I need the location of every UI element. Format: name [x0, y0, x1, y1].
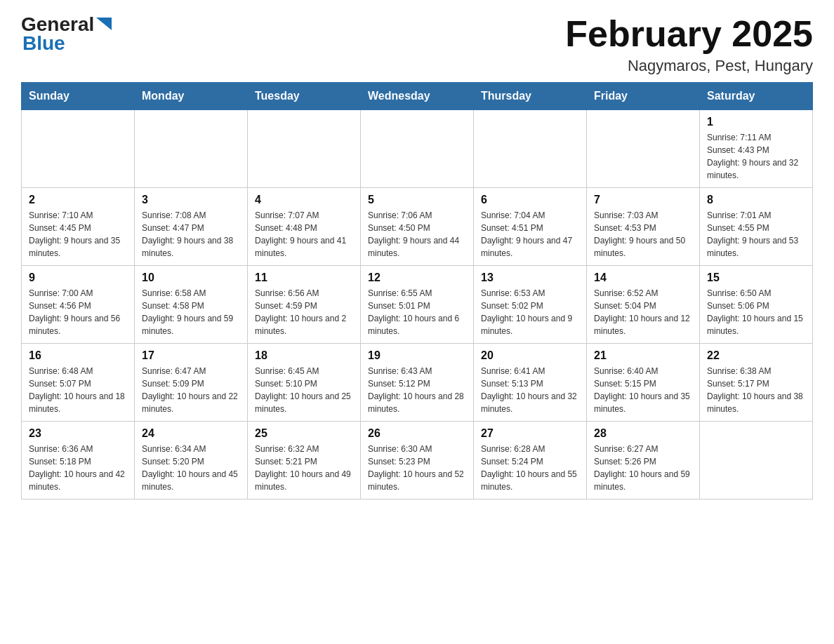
calendar-cell: 15Sunrise: 6:50 AMSunset: 5:06 PMDayligh…: [700, 266, 813, 344]
day-of-week-header: Tuesday: [248, 83, 361, 110]
day-info: Sunrise: 7:03 AMSunset: 4:53 PMDaylight:…: [594, 209, 692, 260]
calendar-cell: [248, 110, 361, 188]
logo-blue-text: Blue: [22, 33, 112, 55]
day-number: 24: [142, 427, 240, 440]
calendar-cell: 2Sunrise: 7:10 AMSunset: 4:45 PMDaylight…: [22, 188, 135, 266]
calendar-cell: 25Sunrise: 6:32 AMSunset: 5:21 PMDayligh…: [248, 422, 361, 499]
day-number: 18: [255, 349, 353, 362]
calendar-cell: 7Sunrise: 7:03 AMSunset: 4:53 PMDaylight…: [587, 188, 700, 266]
calendar-cell: [22, 110, 135, 188]
page-header: General Blue February 2025 Nagymaros, Pe…: [21, 14, 813, 75]
day-info: Sunrise: 7:04 AMSunset: 4:51 PMDaylight:…: [481, 209, 579, 260]
calendar-cell: 11Sunrise: 6:56 AMSunset: 4:59 PMDayligh…: [248, 266, 361, 344]
day-info: Sunrise: 7:06 AMSunset: 4:50 PMDaylight:…: [368, 209, 466, 260]
day-info: Sunrise: 6:27 AMSunset: 5:26 PMDaylight:…: [594, 443, 692, 493]
calendar-cell: 5Sunrise: 7:06 AMSunset: 4:50 PMDaylight…: [361, 188, 474, 266]
day-number: 12: [368, 271, 466, 284]
day-number: 1: [707, 116, 805, 128]
day-info: Sunrise: 7:00 AMSunset: 4:56 PMDaylight:…: [29, 287, 127, 337]
day-info: Sunrise: 6:34 AMSunset: 5:20 PMDaylight:…: [142, 443, 240, 493]
day-info: Sunrise: 6:36 AMSunset: 5:18 PMDaylight:…: [29, 443, 127, 493]
day-number: 14: [594, 271, 692, 284]
day-info: Sunrise: 7:01 AMSunset: 4:55 PMDaylight:…: [707, 209, 805, 260]
calendar-title: February 2025: [565, 14, 813, 54]
calendar-cell: 8Sunrise: 7:01 AMSunset: 4:55 PMDaylight…: [700, 188, 813, 266]
calendar-cell: 26Sunrise: 6:30 AMSunset: 5:23 PMDayligh…: [361, 422, 474, 499]
day-number: 27: [481, 427, 579, 440]
day-info: Sunrise: 7:11 AMSunset: 4:43 PMDaylight:…: [707, 131, 805, 182]
calendar-title-block: February 2025 Nagymaros, Pest, Hungary: [565, 14, 813, 75]
day-of-week-header: Friday: [587, 83, 700, 110]
day-of-week-header: Saturday: [700, 83, 813, 110]
calendar-cell: 20Sunrise: 6:41 AMSunset: 5:13 PMDayligh…: [474, 344, 587, 422]
calendar-cell: [700, 422, 813, 499]
calendar-cell: 27Sunrise: 6:28 AMSunset: 5:24 PMDayligh…: [474, 422, 587, 499]
calendar-cell: 18Sunrise: 6:45 AMSunset: 5:10 PMDayligh…: [248, 344, 361, 422]
day-of-week-header: Wednesday: [361, 83, 474, 110]
calendar-week-row: 2Sunrise: 7:10 AMSunset: 4:45 PMDaylight…: [22, 188, 813, 266]
calendar-table: SundayMondayTuesdayWednesdayThursdayFrid…: [21, 82, 813, 499]
day-number: 7: [594, 194, 692, 206]
day-number: 22: [707, 349, 805, 362]
calendar-cell: 14Sunrise: 6:52 AMSunset: 5:04 PMDayligh…: [587, 266, 700, 344]
calendar-cell: 22Sunrise: 6:38 AMSunset: 5:17 PMDayligh…: [700, 344, 813, 422]
day-info: Sunrise: 6:28 AMSunset: 5:24 PMDaylight:…: [481, 443, 579, 493]
day-number: 2: [29, 194, 127, 206]
day-number: 20: [481, 349, 579, 362]
calendar-cell: 1Sunrise: 7:11 AMSunset: 4:43 PMDaylight…: [700, 110, 813, 188]
calendar-cell: [474, 110, 587, 188]
day-number: 9: [29, 271, 127, 284]
day-of-week-header: Sunday: [22, 83, 135, 110]
logo: General Blue: [21, 14, 112, 55]
calendar-cell: 10Sunrise: 6:58 AMSunset: 4:58 PMDayligh…: [135, 266, 248, 344]
calendar-week-row: 16Sunrise: 6:48 AMSunset: 5:07 PMDayligh…: [22, 344, 813, 422]
day-number: 15: [707, 271, 805, 284]
day-info: Sunrise: 6:55 AMSunset: 5:01 PMDaylight:…: [368, 287, 466, 337]
calendar-week-row: 9Sunrise: 7:00 AMSunset: 4:56 PMDaylight…: [22, 266, 813, 344]
logo-triangle-icon: [96, 18, 112, 30]
day-of-week-header: Thursday: [474, 83, 587, 110]
day-number: 10: [142, 271, 240, 284]
calendar-cell: 4Sunrise: 7:07 AMSunset: 4:48 PMDaylight…: [248, 188, 361, 266]
day-info: Sunrise: 6:30 AMSunset: 5:23 PMDaylight:…: [368, 443, 466, 493]
day-info: Sunrise: 6:38 AMSunset: 5:17 PMDaylight:…: [707, 365, 805, 415]
day-info: Sunrise: 6:58 AMSunset: 4:58 PMDaylight:…: [142, 287, 240, 337]
day-number: 3: [142, 194, 240, 206]
calendar-cell: 12Sunrise: 6:55 AMSunset: 5:01 PMDayligh…: [361, 266, 474, 344]
calendar-cell: [361, 110, 474, 188]
calendar-cell: 23Sunrise: 6:36 AMSunset: 5:18 PMDayligh…: [22, 422, 135, 499]
day-number: 17: [142, 349, 240, 362]
day-number: 16: [29, 349, 127, 362]
day-info: Sunrise: 6:45 AMSunset: 5:10 PMDaylight:…: [255, 365, 353, 415]
calendar-header-row: SundayMondayTuesdayWednesdayThursdayFrid…: [22, 83, 813, 110]
day-number: 5: [368, 194, 466, 206]
calendar-cell: 17Sunrise: 6:47 AMSunset: 5:09 PMDayligh…: [135, 344, 248, 422]
day-number: 6: [481, 194, 579, 206]
day-info: Sunrise: 6:50 AMSunset: 5:06 PMDaylight:…: [707, 287, 805, 337]
calendar-cell: [587, 110, 700, 188]
calendar-cell: 13Sunrise: 6:53 AMSunset: 5:02 PMDayligh…: [474, 266, 587, 344]
day-number: 23: [29, 427, 127, 440]
day-number: 4: [255, 194, 353, 206]
svg-marker-0: [96, 18, 112, 30]
calendar-cell: 28Sunrise: 6:27 AMSunset: 5:26 PMDayligh…: [587, 422, 700, 499]
day-number: 21: [594, 349, 692, 362]
day-number: 13: [481, 271, 579, 284]
day-info: Sunrise: 6:53 AMSunset: 5:02 PMDaylight:…: [481, 287, 579, 337]
day-info: Sunrise: 6:41 AMSunset: 5:13 PMDaylight:…: [481, 365, 579, 415]
calendar-cell: [135, 110, 248, 188]
calendar-cell: 3Sunrise: 7:08 AMSunset: 4:47 PMDaylight…: [135, 188, 248, 266]
calendar-cell: 9Sunrise: 7:00 AMSunset: 4:56 PMDaylight…: [22, 266, 135, 344]
calendar-cell: 16Sunrise: 6:48 AMSunset: 5:07 PMDayligh…: [22, 344, 135, 422]
calendar-subtitle: Nagymaros, Pest, Hungary: [565, 57, 813, 75]
day-info: Sunrise: 6:56 AMSunset: 4:59 PMDaylight:…: [255, 287, 353, 337]
day-of-week-header: Monday: [135, 83, 248, 110]
day-number: 8: [707, 194, 805, 206]
calendar-cell: 24Sunrise: 6:34 AMSunset: 5:20 PMDayligh…: [135, 422, 248, 499]
day-info: Sunrise: 6:52 AMSunset: 5:04 PMDaylight:…: [594, 287, 692, 337]
day-info: Sunrise: 6:47 AMSunset: 5:09 PMDaylight:…: [142, 365, 240, 415]
day-number: 25: [255, 427, 353, 440]
day-info: Sunrise: 6:48 AMSunset: 5:07 PMDaylight:…: [29, 365, 127, 415]
day-info: Sunrise: 6:43 AMSunset: 5:12 PMDaylight:…: [368, 365, 466, 415]
calendar-week-row: 1Sunrise: 7:11 AMSunset: 4:43 PMDaylight…: [22, 110, 813, 188]
